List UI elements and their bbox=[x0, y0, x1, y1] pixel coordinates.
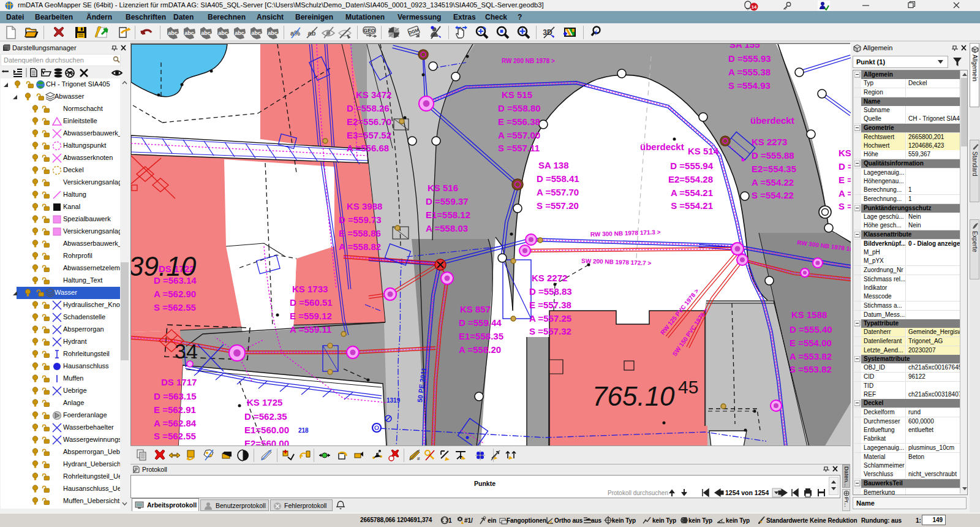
svg-text:KS 1: KS 1 bbox=[839, 148, 851, 158]
svg-text:14: 14 bbox=[752, 4, 757, 10]
svg-text:D =559.73E =558.86A =558.82: D =559.73E =558.86A =558.82 bbox=[339, 214, 382, 252]
svg-text:abc: abc bbox=[251, 30, 261, 36]
svg-text:1319: 1319 bbox=[386, 397, 401, 404]
svg-text:KS 2273: KS 2273 bbox=[752, 137, 787, 147]
svg-text:D =558.41A =557.70S =557.20: D =558.41A =557.70S =557.20 bbox=[537, 173, 579, 211]
svg-text:SA 155: SA 155 bbox=[729, 44, 760, 50]
svg-text:KS 1725: KS 1725 bbox=[247, 397, 282, 408]
svg-text:D =555.93A =555.38S =554.93: D =555.93A =555.38S =554.93 bbox=[728, 53, 771, 91]
svg-text:KS 857: KS 857 bbox=[460, 304, 491, 314]
svg-text:D =560.51E =559.12A =559.11: D =560.51E =559.12A =559.11 bbox=[290, 297, 333, 335]
svg-text:KS 1588: KS 1588 bbox=[791, 309, 827, 320]
svg-text:1254 von 1254: 1254 von 1254 bbox=[725, 489, 769, 496]
svg-text:KS 2272: KS 2272 bbox=[532, 273, 567, 283]
svg-text:DS 1717: DS 1717 bbox=[161, 377, 197, 387]
svg-text:abc: abc bbox=[201, 30, 211, 36]
svg-text:überdeckt: überdeckt bbox=[640, 142, 684, 152]
svg-text:KS 514: KS 514 bbox=[688, 146, 719, 156]
svg-text:KS 3988: KS 3988 bbox=[347, 201, 382, 211]
svg-text:45: 45 bbox=[678, 377, 698, 397]
svg-text:abc: abc bbox=[184, 30, 194, 36]
svg-text:abc: abc bbox=[168, 30, 178, 36]
svg-text:218: 218 bbox=[298, 427, 309, 434]
svg-text:KS 1733: KS 1733 bbox=[292, 284, 328, 294]
svg-text:GEO: GEO bbox=[364, 28, 375, 34]
svg-text:34: 34 bbox=[175, 339, 198, 363]
svg-text:KS 515: KS 515 bbox=[502, 89, 532, 100]
svg-text:abc: abc bbox=[268, 30, 277, 36]
svg-text:#: # bbox=[417, 456, 420, 461]
svg-text:D =559.44E1=558.35A =558.20: D =559.44E1=558.35A =558.20 bbox=[459, 317, 503, 355]
svg-text:765.10: 765.10 bbox=[592, 381, 675, 411]
svg-text:abc: abc bbox=[218, 30, 228, 36]
svg-text:KS 516: KS 516 bbox=[428, 183, 458, 193]
svg-text:D =559.37E1=558.12A =558.03: D =559.37E1=558.12A =558.03 bbox=[426, 196, 470, 233]
svg-text:SA 138: SA 138 bbox=[538, 160, 568, 170]
svg-text:abc: abc bbox=[235, 30, 244, 36]
svg-text:3D: 3D bbox=[543, 28, 552, 37]
svg-text:KS 3472: KS 3472 bbox=[356, 89, 391, 100]
svg-text:39.10: 39.10 bbox=[131, 251, 197, 281]
svg-text:RW 200 NB 1978 >: RW 200 NB 1978 > bbox=[502, 58, 555, 64]
svg-text:überdeckt: überdeckt bbox=[750, 115, 794, 126]
svg-text:D =562.35E1=560.00E2=560.00: D =562.35E1=560.00E2=560.00 bbox=[244, 411, 289, 447]
